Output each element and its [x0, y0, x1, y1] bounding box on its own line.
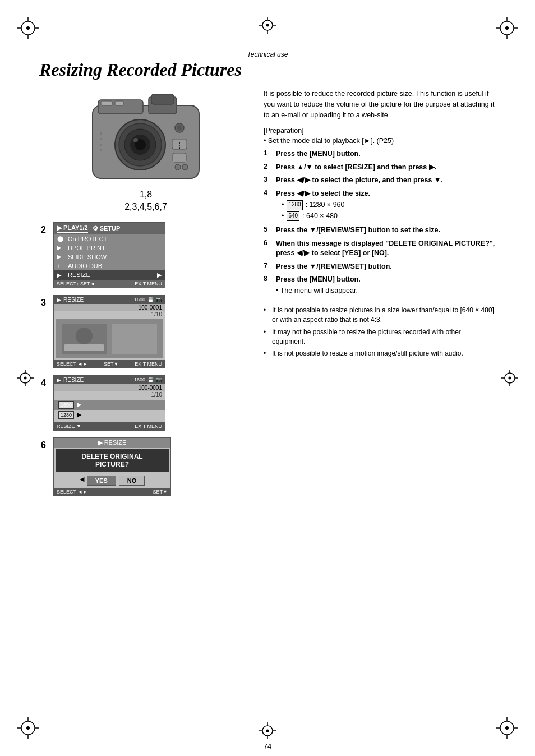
menu-item-slideshow: ▶ SLIDE SHOW	[54, 252, 165, 261]
svg-point-37	[24, 377, 27, 380]
svg-rect-51	[151, 94, 174, 104]
svg-point-19	[505, 726, 509, 730]
resize-image-area-3	[56, 319, 163, 358]
resize-header-3: ▶ RESIZE 1600 💾 📷	[54, 296, 165, 304]
resize-counter-3: 1/10	[54, 311, 165, 317]
no-button[interactable]: NO	[119, 476, 145, 486]
svg-point-1	[26, 26, 30, 30]
prep-label: [Preparation]	[264, 127, 496, 135]
audio-icon: ♪	[57, 262, 65, 269]
svg-point-69	[100, 149, 102, 151]
step-4: 4 Press ◀/▶ to select the size. • 1280 :…	[264, 189, 496, 223]
svg-point-67	[100, 138, 102, 140]
menu-header-play: ▶ PLAY1/2	[57, 224, 88, 233]
size-option-1600: 1600 ▶	[54, 400, 165, 410]
svg-rect-65	[115, 101, 123, 105]
resize-footer-4: RESIZE ▼ EXIT MENU	[54, 422, 165, 430]
step-6: 6 When this message is displayed "DELETE…	[264, 239, 496, 259]
panel-6-wrapper: 6 ▶ RESIZE DELETE ORIGINAL PICTURE? ◀ YE…	[53, 437, 252, 496]
corner-mark-tr	[496, 17, 518, 39]
resize-panel-3: ▶ RESIZE 1600 💾 📷 100-0001 1/10	[53, 295, 165, 368]
delete-buttons: ◀ YES NO	[54, 473, 170, 488]
step-5: 5 Press the ▼/[REVIEW/SET] button to set…	[264, 225, 496, 236]
right-center-mark	[501, 370, 518, 386]
menu-panel: ▶ PLAY1/2 ⚙ SETUP ⬤ On PROTECT ▶	[53, 222, 165, 288]
svg-point-74	[76, 328, 93, 344]
menu-footer: SELECT↕ SET◄ EXIT MENU	[54, 280, 165, 288]
step-2: 2 Press ▲/▼ to select [RESIZE] and then …	[264, 163, 496, 173]
top-center-mark	[259, 17, 276, 34]
resize-info-bar-3: 100-0001	[54, 304, 165, 311]
delete-footer: SELECT ◄► SET▼	[54, 488, 170, 496]
menu-item-resize: ▶ RESIZE ▶	[54, 270, 165, 280]
protect-icon: ⬤	[57, 236, 65, 242]
delete-resize-header: ▶ RESIZE	[54, 438, 170, 448]
note-3: • It is not possible to resize a motion …	[264, 349, 496, 358]
resize-options-list: 1600 ▶ 1280 ▶	[54, 398, 165, 422]
svg-rect-73	[112, 324, 157, 354]
note-2: • It may not be possible to resize the p…	[264, 328, 496, 347]
page-number: 74	[264, 742, 271, 750]
svg-point-66	[100, 132, 102, 135]
dpof-icon: ▶	[57, 245, 65, 251]
yes-button[interactable]: YES	[87, 476, 116, 486]
size-option-1280: 1280 ▶	[54, 410, 165, 420]
corner-mark-tl	[17, 17, 39, 39]
bullet-640: • 640 : 640 × 480	[282, 211, 496, 222]
resize-panel-4: ▶ RESIZE 1600 💾 📷 100-0001 1/10	[53, 375, 165, 431]
svg-rect-64	[101, 101, 112, 105]
step-2-label: 2	[41, 225, 46, 235]
delete-panel: ▶ RESIZE DELETE ORIGINAL PICTURE? ◀ YES …	[53, 437, 171, 496]
svg-point-62	[175, 164, 181, 170]
resize-counter-4: 1/10	[54, 391, 165, 398]
menu-header: ▶ PLAY1/2 ⚙ SETUP	[54, 223, 165, 234]
corner-mark-br	[496, 717, 518, 739]
svg-point-7	[505, 26, 509, 30]
menu-item-audio: ♪ AUDIO DUB.	[54, 261, 165, 270]
left-column: 1,8 2,3,4,5,6,7 2 ▶ PLAY1/2 ⚙ SETUP	[39, 89, 252, 503]
step-3: 3 Press ◀/▶ to select the picture, and t…	[264, 176, 496, 186]
bullet-1280: • 1280 : 1280 × 960	[282, 200, 496, 210]
svg-point-43	[509, 377, 511, 380]
svg-rect-61	[173, 153, 186, 162]
note-1: • It is not possible to resize pictures …	[264, 306, 496, 325]
resize-icon: ▶	[57, 272, 65, 278]
step-4-label: 4	[41, 378, 46, 388]
technical-use-label: Technical use	[39, 50, 496, 58]
svg-point-13	[26, 726, 30, 730]
resize-header-4: ▶ RESIZE 1600 💾 📷	[54, 376, 165, 384]
svg-point-68	[100, 144, 102, 146]
left-center-mark	[17, 370, 34, 386]
resize-footer-3: SELECT ◄► SET▼ EXIT MENU	[54, 360, 165, 368]
svg-point-59	[177, 125, 182, 131]
menu-header-setup: ⚙ SETUP	[93, 225, 121, 232]
bottom-center-mark	[259, 722, 276, 739]
step-3-label: 3	[41, 298, 46, 308]
svg-rect-75	[64, 344, 104, 351]
page-content: Technical use Resizing Recorded Pictures	[39, 50, 496, 706]
step-7: 7 Press the ▼/[REVIEW/SET] button.	[264, 262, 496, 272]
svg-point-63	[182, 164, 188, 170]
resize-info-bar-4: 100-0001	[54, 384, 165, 391]
svg-point-31	[266, 24, 269, 27]
prep-item: • Set the mode dial to playback [►]. (P2…	[264, 137, 496, 145]
slide-icon: ▶	[57, 253, 65, 260]
step-6-label: 6	[41, 440, 46, 450]
page-title: Resizing Recorded Pictures	[39, 59, 496, 80]
notes-section: • It is not possible to resize pictures …	[264, 306, 496, 358]
corner-mark-bl	[17, 717, 39, 739]
panel-2-wrapper: 2 ▶ PLAY1/2 ⚙ SETUP ⬤ On P	[53, 222, 252, 288]
step-8: 8 Press the [MENU] button. • The menu wi…	[264, 275, 496, 296]
menu-item-dpof: ▶ DPOF PRINT	[54, 243, 165, 252]
panel-4-wrapper: 4 ▶ RESIZE 1600 💾 📷 100-0001	[53, 375, 252, 431]
step-1: 1 Press the [MENU] button.	[264, 149, 496, 159]
panel-3-wrapper: 3 ▶ RESIZE 1600 💾 📷 100-0001	[53, 295, 252, 368]
delete-message: DELETE ORIGINAL PICTURE?	[56, 449, 169, 472]
camera-label: 1,8 2,3,4,5,6,7	[39, 188, 252, 214]
intro-text: It is possible to reduce the recorded pi…	[264, 89, 496, 120]
menu-item-protect: ⬤ On PROTECT	[54, 234, 165, 243]
steps-list: 1 Press the [MENU] button. 2 Press ▲/▼ t…	[264, 149, 496, 296]
camera-illustration	[39, 89, 252, 186]
right-column: It is possible to reduce the recorded pi…	[264, 89, 496, 503]
svg-point-25	[266, 730, 269, 732]
